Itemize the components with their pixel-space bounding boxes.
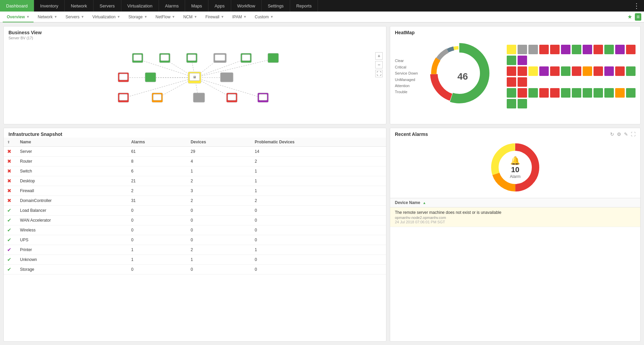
- row-devices: 4: [187, 157, 251, 166]
- heatmap-cell[interactable]: [507, 99, 516, 108]
- business-view-canvas[interactable]: 🖥: [4, 42, 386, 117]
- subnav-storage[interactable]: Storage ▼: [124, 12, 152, 22]
- heatmap-cell[interactable]: [550, 66, 560, 76]
- sort-icon[interactable]: ⬆: [7, 140, 10, 144]
- table-row[interactable]: ✔ Unknown 1 1 0: [4, 255, 386, 265]
- favorite-icon[interactable]: ★: [627, 14, 632, 20]
- infra-title: Infrastructure Snapshot: [4, 128, 386, 138]
- heatmap-cell[interactable]: [604, 88, 614, 98]
- heatmap-cell[interactable]: [528, 88, 538, 98]
- edit-icon[interactable]: ✎: [624, 131, 628, 137]
- heatmap-cell[interactable]: [528, 45, 538, 54]
- table-row[interactable]: ✔ UPS 0 0 0: [4, 235, 386, 245]
- expand-icon[interactable]: ⛶: [631, 131, 636, 137]
- zoom-in-button[interactable]: +: [375, 52, 383, 60]
- heatmap-cell[interactable]: [550, 88, 560, 98]
- subnav-ncm[interactable]: NCM ▼: [179, 12, 201, 22]
- svg-rect-22: [188, 55, 196, 61]
- heatmap-cell[interactable]: [583, 88, 592, 98]
- heatmap-cell[interactable]: [615, 88, 625, 98]
- fullscreen-button[interactable]: ⛶: [375, 70, 383, 77]
- table-row[interactable]: ✖ Server 61 29 14: [4, 147, 386, 157]
- heatmap-cell[interactable]: [593, 66, 603, 76]
- nav-more-button[interactable]: ⋮: [629, 0, 644, 12]
- heatmap-cell[interactable]: [615, 45, 625, 54]
- heatmap-cell[interactable]: [518, 66, 527, 76]
- heatmap-cell[interactable]: [583, 45, 592, 54]
- subnav-netflow[interactable]: NetFlow ▼: [152, 12, 179, 22]
- chevron-down-icon: ▼: [81, 15, 84, 19]
- row-alarms: 0: [128, 206, 187, 216]
- heatmap-cell[interactable]: [561, 66, 570, 76]
- heatmap-cell[interactable]: [518, 45, 527, 54]
- heatmap-cell[interactable]: [572, 45, 581, 54]
- heatmap-cell[interactable]: [626, 45, 636, 54]
- heatmap-cell[interactable]: [561, 45, 570, 54]
- heatmap-cell[interactable]: [604, 45, 614, 54]
- nav-workflow[interactable]: Workflow: [231, 0, 262, 12]
- nav-maps[interactable]: Maps: [185, 0, 208, 12]
- heatmap-cell[interactable]: [518, 99, 527, 108]
- heatmap-cell[interactable]: [626, 66, 636, 76]
- heatmap-cell[interactable]: [507, 77, 516, 87]
- nav-alarms[interactable]: Alarms: [159, 0, 185, 12]
- heatmap-cell[interactable]: [615, 66, 625, 76]
- refresh-icon[interactable]: ↻: [610, 131, 614, 137]
- heatmap-cell[interactable]: [550, 45, 560, 54]
- table-row[interactable]: ✖ DomainController 31 2 2: [4, 196, 386, 206]
- nav-reports[interactable]: Reports: [290, 0, 318, 12]
- table-row[interactable]: ✖ Switch 6 1 1: [4, 166, 386, 176]
- row-devices: 1: [187, 255, 251, 265]
- nav-virtualization[interactable]: Virtualization: [121, 0, 159, 12]
- subnav-firewall[interactable]: Firewall ▼: [201, 12, 228, 22]
- heatmap-cell[interactable]: [507, 45, 516, 54]
- heatmap-cell[interactable]: [604, 66, 614, 76]
- nav-dashboard[interactable]: Dashboard: [0, 0, 34, 12]
- table-row[interactable]: ✔ Printer 1 2 1: [4, 245, 386, 255]
- row-devices: 0: [187, 206, 251, 216]
- heatmap-cell[interactable]: [507, 66, 516, 76]
- table-row[interactable]: ✖ Desktop 21 2 1: [4, 176, 386, 186]
- subnav-custom[interactable]: Custom ▼: [251, 12, 278, 22]
- table-row[interactable]: ✔ WAN Accelerator 0 0 0: [4, 216, 386, 225]
- subnav-servers[interactable]: Servers ▼: [61, 12, 88, 22]
- subnav-overview[interactable]: Overview ▼: [3, 12, 34, 22]
- heatmap-cell[interactable]: [583, 66, 592, 76]
- heatmap-cell[interactable]: [507, 88, 516, 98]
- heatmap-cell[interactable]: [518, 88, 527, 98]
- nav-apps[interactable]: Apps: [208, 0, 231, 12]
- table-row[interactable]: ✖ Router 8 4 2: [4, 157, 386, 166]
- heatmap-cell[interactable]: [539, 66, 549, 76]
- nav-servers[interactable]: Servers: [94, 0, 121, 12]
- subnav-network[interactable]: Network ▼: [34, 12, 61, 22]
- status-red-icon: ✖: [7, 148, 13, 155]
- heatmap-cell[interactable]: [572, 88, 581, 98]
- table-row[interactable]: ✔ Storage 0 0 0: [4, 265, 386, 275]
- status-red-icon: ✖: [7, 168, 13, 174]
- sort-asc-icon[interactable]: ▲: [423, 201, 426, 205]
- heatmap-cell[interactable]: [507, 56, 516, 65]
- nav-inventory[interactable]: Inventory: [34, 0, 65, 12]
- business-view-title: Business View: [4, 26, 386, 36]
- zoom-out-button[interactable]: −: [375, 61, 383, 68]
- heatmap-cell[interactable]: [539, 88, 549, 98]
- subnav-virtualization[interactable]: Virtualization ▼: [88, 12, 124, 22]
- table-row[interactable]: ✔ Load Balancer 0 0 0: [4, 206, 386, 216]
- heatmap-cell[interactable]: [518, 77, 527, 87]
- heatmap-cell[interactable]: [518, 56, 527, 65]
- heatmap-cell[interactable]: [626, 88, 636, 98]
- table-row[interactable]: ✔ Wireless 0 0 0: [4, 225, 386, 235]
- row-alarms: 0: [128, 265, 187, 275]
- heatmap-cell[interactable]: [593, 88, 603, 98]
- nav-network[interactable]: Network: [65, 0, 94, 12]
- heatmap-cell[interactable]: [539, 45, 549, 54]
- table-row[interactable]: ✖ Firewall 2 3 1: [4, 186, 386, 196]
- menu-icon[interactable]: ≡: [635, 13, 641, 21]
- nav-settings[interactable]: Settings: [262, 0, 290, 12]
- heatmap-cell[interactable]: [572, 66, 581, 76]
- settings-icon[interactable]: ⚙: [617, 131, 621, 137]
- subnav-ipam[interactable]: IPAM ▼: [228, 12, 250, 22]
- heatmap-cell[interactable]: [528, 66, 538, 76]
- heatmap-cell[interactable]: [593, 45, 603, 54]
- heatmap-cell[interactable]: [561, 88, 570, 98]
